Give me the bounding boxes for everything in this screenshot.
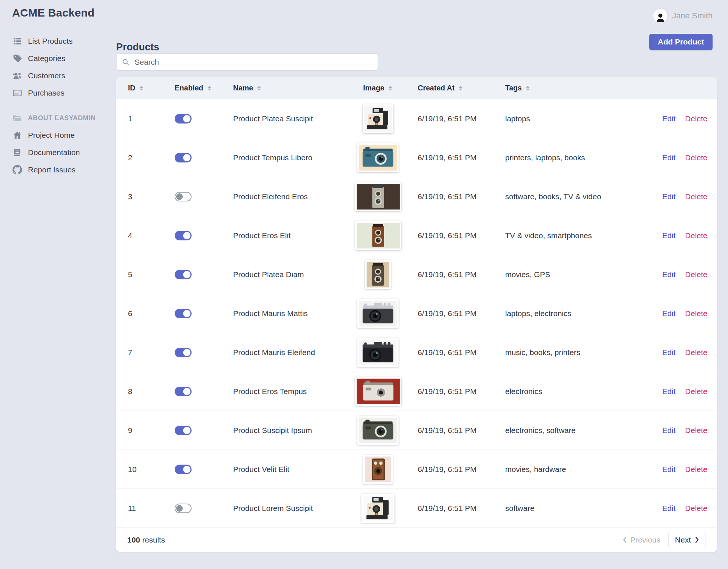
table-body: 1 Product Platea Suscipit 6/19/19, 6:51 …	[116, 99, 717, 527]
cell-id: 8	[116, 372, 163, 411]
delete-link[interactable]: Delete	[685, 270, 707, 279]
sidebar-item-label: Project Home	[28, 131, 75, 140]
results-number: 100	[127, 536, 140, 544]
cell-tags: electronics	[493, 372, 658, 411]
edit-link[interactable]: Edit	[662, 387, 675, 396]
edit-link[interactable]: Edit	[662, 270, 675, 279]
column-header-image[interactable]: Image	[350, 77, 406, 99]
enabled-toggle[interactable]	[175, 114, 192, 124]
products-card: ID Enabled Name Image Created At Tags 1 …	[116, 77, 717, 552]
enabled-toggle[interactable]	[175, 348, 192, 357]
cell-id: 11	[116, 489, 163, 528]
user-avatar-icon	[653, 9, 667, 23]
column-header-enabled[interactable]: Enabled	[163, 77, 221, 99]
pagination: Previous Next	[622, 532, 706, 548]
cell-name: Product Platea Diam	[221, 255, 350, 294]
next-button[interactable]: Next	[668, 532, 706, 548]
camera-photo	[357, 379, 400, 404]
cell-tags: electronics, software	[493, 411, 658, 450]
sidebar-item-list-products[interactable]: List Products	[12, 32, 108, 50]
cell-name: Product Platea Suscipit	[221, 99, 350, 138]
enabled-toggle[interactable]	[175, 309, 192, 318]
camera-photo	[359, 418, 397, 443]
sidebar-item-label: Documentation	[28, 148, 80, 157]
edit-link[interactable]: Edit	[662, 465, 675, 473]
sidebar-item-purchases[interactable]: Purchases	[12, 84, 108, 101]
cell-id: 2	[116, 138, 163, 177]
user-name: Jane Smith	[672, 11, 713, 21]
product-image	[357, 416, 399, 445]
table-row: 3 Product Eleifend Eros 6/19/19, 6:51 PM…	[116, 177, 717, 216]
delete-link[interactable]: Delete	[685, 114, 707, 123]
delete-link[interactable]: Delete	[685, 387, 707, 396]
delete-link[interactable]: Delete	[685, 231, 707, 240]
sidebar-item-label: List Products	[28, 37, 72, 46]
edit-link[interactable]: Edit	[662, 192, 675, 201]
edit-link[interactable]: Edit	[662, 309, 675, 318]
cell-tags: printers, laptops, books	[493, 138, 658, 177]
sidebar-item-report-issues[interactable]: Report Issues	[12, 161, 108, 178]
column-header-id[interactable]: ID	[116, 77, 163, 99]
edit-link[interactable]: Edit	[662, 231, 675, 240]
add-product-button[interactable]: Add Product	[649, 34, 713, 50]
enabled-toggle[interactable]	[175, 153, 192, 162]
table-row: 8 Product Eros Tempus 6/19/19, 6:51 PM e…	[116, 372, 717, 411]
delete-link[interactable]: Delete	[685, 153, 707, 162]
tag-icon	[12, 53, 22, 63]
enabled-toggle[interactable]	[175, 231, 192, 240]
sidebar-item-customers[interactable]: Customers	[12, 67, 108, 84]
cell-name: Product Velit Elit	[221, 450, 350, 489]
delete-link[interactable]: Delete	[685, 426, 707, 434]
column-header-created-at[interactable]: Created At	[406, 77, 493, 99]
table-row: 7 Product Mauris Eleifend 6/19/19, 6:51 …	[116, 333, 717, 372]
sidebar-item-label: Categories	[28, 54, 65, 63]
credit-card-icon	[12, 88, 22, 98]
delete-link[interactable]: Delete	[685, 192, 707, 201]
table-row: 2 Product Tempus Libero 6/19/19, 6:51 PM…	[116, 138, 717, 177]
sort-icon	[257, 85, 261, 93]
cell-created-at: 6/19/19, 6:51 PM	[406, 99, 493, 138]
cell-created-at: 6/19/19, 6:51 PM	[406, 177, 493, 216]
edit-link[interactable]: Edit	[662, 114, 675, 123]
sidebar-item-categories[interactable]: Categories	[12, 50, 108, 67]
sidebar-item-project-home[interactable]: Project Home	[12, 126, 108, 144]
delete-link[interactable]: Delete	[685, 465, 707, 473]
table-row: 10 Product Velit Elit 6/19/19, 6:51 PM m…	[116, 450, 717, 489]
delete-link[interactable]: Delete	[685, 348, 707, 357]
column-header-name[interactable]: Name	[221, 77, 350, 99]
table-row: 5 Product Platea Diam 6/19/19, 6:51 PM m…	[116, 255, 717, 294]
table-header-row: ID Enabled Name Image Created At Tags	[116, 77, 717, 99]
enabled-toggle[interactable]	[175, 504, 192, 513]
enabled-toggle[interactable]	[175, 270, 192, 279]
cell-created-at: 6/19/19, 6:51 PM	[406, 138, 493, 177]
delete-link[interactable]: Delete	[685, 504, 707, 512]
edit-link[interactable]: Edit	[662, 504, 675, 512]
sort-icon	[388, 85, 393, 93]
camera-photo	[367, 262, 389, 287]
delete-link[interactable]: Delete	[685, 309, 707, 318]
cell-created-at: 6/19/19, 6:51 PM	[406, 294, 493, 333]
users-icon	[12, 71, 22, 80]
edit-link[interactable]: Edit	[662, 426, 675, 434]
sidebar-section-about-easyadmin: ABOUT EASYADMIN	[12, 110, 108, 126]
home-icon	[12, 130, 22, 140]
sidebar-item-documentation[interactable]: Documentation	[12, 144, 108, 161]
camera-photo	[363, 495, 393, 521]
column-header-tags[interactable]: Tags	[493, 77, 658, 99]
enabled-toggle[interactable]	[175, 387, 192, 396]
edit-link[interactable]: Edit	[662, 153, 675, 162]
enabled-toggle[interactable]	[175, 192, 192, 201]
user-menu[interactable]: Jane Smith	[653, 9, 713, 23]
camera-photo	[357, 184, 400, 210]
cell-created-at: 6/19/19, 6:51 PM	[406, 372, 493, 411]
cell-created-at: 6/19/19, 6:51 PM	[406, 450, 493, 489]
enabled-toggle[interactable]	[175, 426, 192, 435]
edit-link[interactable]: Edit	[662, 348, 675, 357]
enabled-toggle[interactable]	[175, 465, 192, 474]
camera-photo	[365, 457, 391, 482]
previous-button[interactable]: Previous	[622, 536, 660, 544]
app-brand[interactable]: ACME Backend	[12, 7, 94, 19]
search-input[interactable]	[134, 57, 372, 67]
camera-photo	[359, 301, 397, 326]
results-label: results	[142, 536, 165, 544]
